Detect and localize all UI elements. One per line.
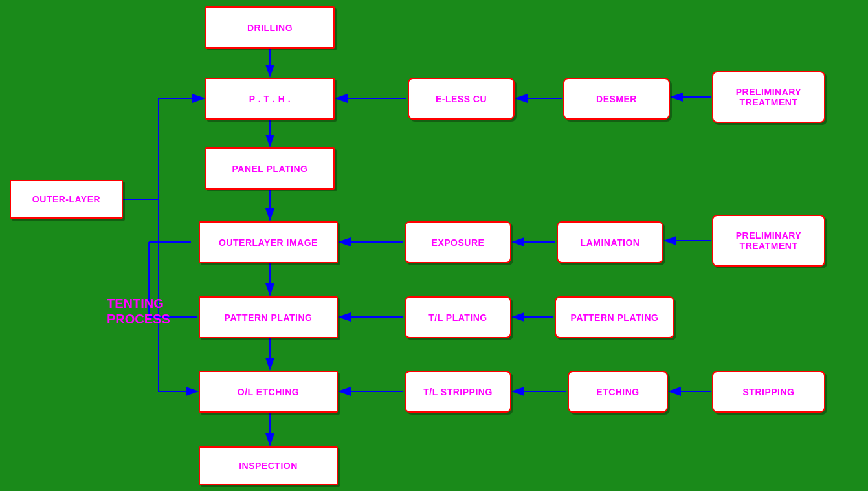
prelim-treatment-2-label: PRELIMINARY TREATMENT [736, 230, 801, 251]
tenting-process-label: TENTING PROCESS [107, 296, 170, 327]
pth-label: P . T . H . [249, 94, 291, 104]
stripping-box: STRIPPING [712, 371, 825, 413]
outerlayer-image-box: OUTERLAYER IMAGE [199, 221, 338, 263]
desmer-label: DESMER [596, 94, 637, 104]
etching-box: ETCHING [568, 371, 668, 413]
eless-cu-box: E-LESS CU [408, 78, 515, 120]
pattern-plating-2-box: PATTERN PLATING [555, 296, 674, 338]
prelim-treatment-1-label: PRELIMINARY TREATMENT [736, 87, 801, 107]
outer-layer-label: OUTER-LAYER [32, 194, 100, 204]
outer-layer-box: OUTER-LAYER [10, 180, 123, 219]
ol-etching-label: O/L ETCHING [238, 387, 299, 397]
pattern-plating-2-label: PATTERN PLATING [571, 312, 659, 323]
tl-plating-label: T/L PLATING [428, 312, 487, 323]
drilling-box: DRILLING [205, 6, 335, 49]
panel-plating-box: PANEL PLATING [205, 147, 335, 190]
pth-box: P . T . H . [205, 78, 335, 120]
inspection-label: INSPECTION [239, 461, 298, 471]
desmer-box: DESMER [563, 78, 670, 120]
tl-stripping-label: T/L STRIPPING [423, 387, 493, 397]
lamination-box: LAMINATION [557, 221, 663, 263]
panel-plating-label: PANEL PLATING [232, 164, 308, 174]
tl-stripping-box: T/L STRIPPING [405, 371, 511, 413]
pattern-plating-label: PATTERN PLATING [225, 312, 313, 323]
prelim-treatment-2-box: PRELIMINARY TREATMENT [712, 215, 825, 267]
inspection-box: INSPECTION [199, 446, 338, 485]
tl-plating-box: T/L PLATING [405, 296, 511, 338]
exposure-box: EXPOSURE [405, 221, 511, 263]
drilling-label: DRILLING [247, 23, 293, 33]
outerlayer-image-label: OUTERLAYER IMAGE [219, 237, 318, 248]
exposure-label: EXPOSURE [432, 237, 485, 248]
lamination-label: LAMINATION [581, 237, 640, 248]
diagram: DRILLING P . T . H . E-LESS CU DESMER PR… [0, 0, 868, 491]
etching-label: ETCHING [596, 387, 640, 397]
eless-cu-label: E-LESS CU [436, 94, 487, 104]
stripping-label: STRIPPING [743, 387, 795, 397]
ol-etching-box: O/L ETCHING [199, 371, 338, 413]
prelim-treatment-1-box: PRELIMINARY TREATMENT [712, 71, 825, 123]
pattern-plating-box: PATTERN PLATING [199, 296, 338, 338]
